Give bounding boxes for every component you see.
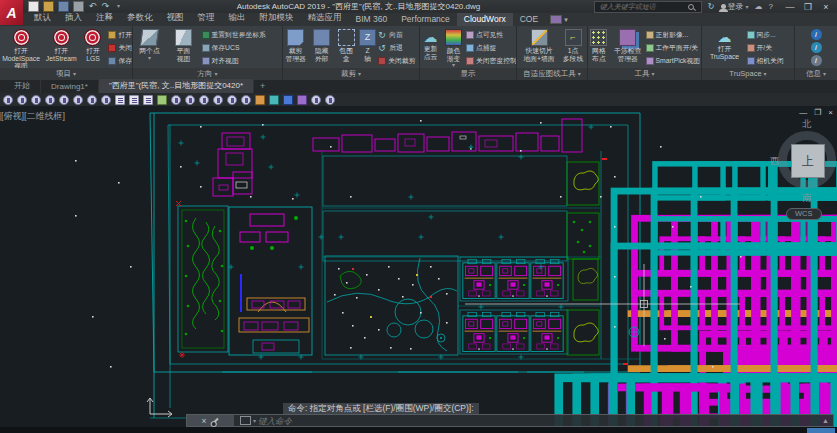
cloudworx-doc-icon[interactable]	[129, 95, 139, 105]
clip-off-button[interactable]: 关闭裁剪	[378, 55, 419, 67]
command-scroll-up-icon[interactable]: ▲	[822, 417, 833, 424]
info-icon[interactable]: i	[811, 29, 822, 40]
open-modelspace-view-button[interactable]: 打开 ModelSpace视图	[0, 27, 42, 70]
truspace-sync-button[interactable]: 同步...	[747, 29, 791, 41]
viewport-controls[interactable]: [-][俯视][二维线框]	[0, 110, 65, 123]
qat-dropdown-icon[interactable]: ▾	[114, 2, 123, 11]
command-keyboard-icon[interactable]	[240, 416, 251, 425]
two-points-button[interactable]: 两个点 ▾	[134, 27, 166, 61]
file-tab-drawing1[interactable]: Drawing1*	[41, 81, 99, 93]
point-visibility-button[interactable]: 点可见性	[466, 29, 516, 41]
open-jetstream-button[interactable]: 打开 JetStream	[45, 27, 78, 62]
tab-bim360[interactable]: BIM 360	[349, 13, 395, 26]
info-icon[interactable]: i	[811, 42, 822, 53]
tab-addins[interactable]: 附加模块	[253, 11, 301, 26]
smartpick-view-button[interactable]: SmartPick视图	[646, 55, 701, 67]
panel-label-clip[interactable]: 裁剪 ▾	[283, 68, 419, 80]
open-truspace-button[interactable]: ☁ 打开 TruSpace	[706, 27, 744, 60]
cloudworx-badge-icon[interactable]	[3, 95, 13, 105]
project-save-button[interactable]: 保存	[108, 55, 132, 67]
a360-sync-icon[interactable]: ↻	[708, 2, 715, 11]
hide-outside-button[interactable]: 隐藏 外部	[310, 27, 333, 62]
cloudworx-badge-icon[interactable]	[227, 95, 237, 105]
cloudworx-doc-icon[interactable]	[115, 95, 125, 105]
truspace-toggle-button[interactable]: 开/关	[747, 42, 791, 54]
redo-icon[interactable]: ↷	[101, 2, 110, 11]
tab-default[interactable]: 默认	[27, 11, 58, 26]
cloudworx-badge-icon[interactable]	[73, 95, 83, 105]
bounding-box-button[interactable]: 包围 盒	[335, 27, 356, 62]
file-tab-start[interactable]: 开始	[4, 79, 41, 93]
tab-cloudworx[interactable]: CloudWorx	[457, 13, 513, 26]
search-icon[interactable]	[688, 4, 694, 10]
command-bar-grip[interactable]: ×	[187, 415, 234, 426]
clip-back-button[interactable]: ↺ 后退	[378, 42, 419, 54]
project-close-button[interactable]: 关闭	[108, 42, 132, 54]
new-drawing-button[interactable]: +	[254, 81, 271, 93]
tab-view[interactable]: 视图	[160, 11, 191, 26]
customize-wrench-icon[interactable]	[213, 417, 219, 423]
color-gradient-button[interactable]: 颜色 渐变 ▾	[443, 27, 464, 69]
viewcube[interactable]: 北 南 西 东 上 WCS	[770, 118, 837, 218]
undo-icon[interactable]: ↶	[88, 2, 97, 11]
grid-points-button[interactable]: 网格 布点	[588, 27, 610, 62]
cloudworx-badge-icon[interactable]	[241, 95, 251, 105]
search-input[interactable]	[598, 2, 688, 11]
cloudworx-badge-icon[interactable]	[171, 95, 181, 105]
density-control-off-button[interactable]: 关闭密度控制	[466, 55, 516, 67]
cloudworx-swatch-green-icon[interactable]	[157, 95, 167, 105]
project-open-button[interactable]: 打开	[108, 29, 132, 41]
point-snap-button[interactable]: 点捕捉	[466, 42, 516, 54]
interference-check-button[interactable]: 干涉检查 管理器	[612, 27, 644, 62]
cloudworx-badge-icon[interactable]	[17, 95, 27, 105]
help-search-box[interactable]	[594, 1, 702, 13]
cloudworx-badge-icon[interactable]	[185, 95, 195, 105]
panel-label-info[interactable]: 信息 ▾	[795, 68, 837, 80]
tab-annotate[interactable]: 注释	[89, 11, 120, 26]
wcs-dropdown[interactable]: WCS	[786, 208, 822, 220]
sign-in-button[interactable]: 登录 ▾	[721, 1, 749, 12]
camera-off-button[interactable]: 相机关闭	[747, 55, 791, 67]
align-view-button[interactable]: 对齐视图	[202, 55, 282, 67]
tab-insert[interactable]: 插入	[58, 11, 89, 26]
cloudworx-badge-icon[interactable]	[87, 95, 97, 105]
ribbon-tab-overflow[interactable]: ▾	[545, 15, 573, 26]
orthoimage-button[interactable]: 正射影像...	[646, 29, 701, 41]
cloudworx-badge-icon[interactable]	[31, 95, 41, 105]
cloudworx-swatch-purple-icon[interactable]	[297, 95, 307, 105]
info-icon[interactable]: i	[811, 55, 822, 66]
viewcube-top-face[interactable]: 上	[791, 144, 825, 178]
update-point-cloud-button[interactable]: ☁ 更新 点云	[420, 27, 441, 60]
tab-output[interactable]: 输出	[222, 11, 253, 26]
drawing-close-button[interactable]: ×	[828, 108, 833, 117]
cloudworx-swatch-blue-icon[interactable]	[283, 95, 293, 105]
clip-forward-button[interactable]: ↻ 向前	[378, 29, 419, 41]
viewcube-south[interactable]: 南	[802, 192, 812, 205]
panel-label-tools[interactable]: 工具 ▾	[588, 68, 701, 80]
model-space-canvas[interactable]: [-][俯视][二维线框] — ❐ × 北 南 西 东 上 WCS 命令: 指定…	[0, 106, 837, 433]
cloudworx-badge-icon[interactable]	[213, 95, 223, 105]
drawing-minimize-button[interactable]: —	[799, 108, 807, 117]
cloudworx-badge-icon[interactable]	[45, 95, 55, 105]
panel-label-display[interactable]: 显示	[420, 68, 516, 80]
work-plane-toggle-button[interactable]: 工作平面开/关	[646, 42, 701, 54]
cloudworx-badge-icon[interactable]	[199, 95, 209, 105]
open-lgs-button[interactable]: 打开 LGS	[81, 27, 106, 62]
cloudworx-badge-icon[interactable]	[101, 95, 111, 105]
cloudworx-badge-icon[interactable]	[325, 95, 335, 105]
plan-view-button[interactable]: 平面 视图	[169, 27, 199, 62]
viewcube-north[interactable]: 北	[802, 118, 812, 131]
autocad-app-button[interactable]: A	[0, 0, 23, 25]
reset-to-wcs-button[interactable]: 重置到世界坐标系	[202, 29, 282, 41]
file-tab-xifuli[interactable]: "西府里"(民宿, 文..目地形图提交0420*	[99, 79, 254, 93]
panel-label-truspace[interactable]: TruSpace ▾	[702, 68, 794, 80]
help-icon[interactable]: ?	[769, 2, 773, 11]
command-close-icon[interactable]: ×	[202, 416, 207, 426]
tab-manage[interactable]: 管理	[191, 11, 222, 26]
close-button[interactable]: ×	[817, 2, 835, 12]
cloudworx-swatch-teal-icon[interactable]	[269, 95, 279, 105]
tab-coe[interactable]: COE	[513, 13, 545, 26]
clip-manager-button[interactable]: 裁剪 管理器	[283, 27, 308, 62]
panel-label-adaptive-tools[interactable]: 自适应图线工具 ▾	[517, 68, 587, 80]
tab-featured[interactable]: 精选应用	[301, 11, 349, 26]
